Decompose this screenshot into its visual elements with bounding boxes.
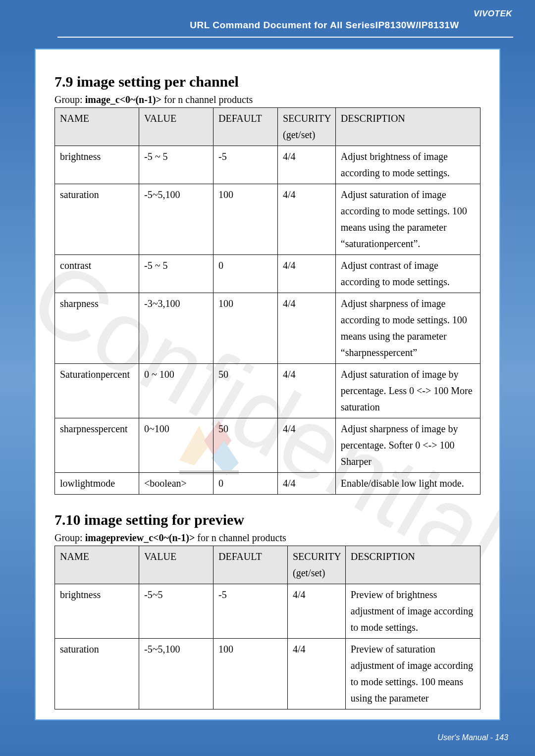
cell-default: 50 xyxy=(214,418,278,473)
section-7-9-heading: 7.9 image setting per channel xyxy=(54,73,481,90)
cell-name: saturation xyxy=(55,184,139,255)
cell-name: sharpnesspercent xyxy=(55,418,139,473)
col-security-l2: (get/set) xyxy=(293,567,325,578)
table-row: brightness -5~5 -5 4/4 Preview of bright… xyxy=(55,584,481,639)
cell-value: -5~5,100 xyxy=(139,639,214,709)
cell-security: 4/4 xyxy=(278,255,336,293)
cell-default: -5 xyxy=(214,146,278,184)
cell-security: 4/4 xyxy=(288,639,346,709)
cell-name: brightness xyxy=(55,146,139,184)
col-security: SECURITY (get/set) xyxy=(288,546,346,584)
cell-value: -5~5 xyxy=(139,584,214,639)
cell-default: 50 xyxy=(214,364,278,418)
cell-name: brightness xyxy=(55,584,139,639)
col-security-l2: (get/set) xyxy=(283,129,316,140)
cell-value: -3~3,100 xyxy=(139,293,214,364)
table-row: contrast -5 ~ 5 0 4/4 Adjust contrast of… xyxy=(55,255,481,293)
cell-security: 4/4 xyxy=(278,146,336,184)
cell-security: 4/4 xyxy=(278,293,336,364)
section-7-10-group: Group: imagepreview_c<0~(n-1)> for n cha… xyxy=(54,532,481,544)
cell-default: 0 xyxy=(214,255,278,293)
cell-description: Preview of brightness adjustment of imag… xyxy=(345,584,480,639)
table-row: sharpness -3~3,100 100 4/4 Adjust sharpn… xyxy=(55,293,481,364)
col-description: DESCRIPTION xyxy=(335,108,480,146)
group-suffix: for n channel products xyxy=(161,94,253,105)
cell-description: Adjust brightness of image according to … xyxy=(335,146,480,184)
col-security-l1: SECURITY xyxy=(283,113,331,124)
col-security: SECURITY (get/set) xyxy=(278,108,336,146)
table-row: NAME VALUE DEFAULT SECURITY (get/set) DE… xyxy=(55,108,481,146)
page-footer: User's Manual - 143 xyxy=(437,733,508,742)
cell-name: sharpness xyxy=(55,293,139,364)
brand-label: VIVOTEK xyxy=(474,9,512,19)
cell-security: 4/4 xyxy=(278,473,336,495)
cell-description: Adjust sharpness of image by percentage.… xyxy=(335,418,480,473)
table-row: Saturationpercent 0 ~ 100 50 4/4 Adjust … xyxy=(55,364,481,418)
table-row: lowlightmode <boolean> 0 4/4 Enable/disa… xyxy=(55,473,481,495)
col-default: DEFAULT xyxy=(214,108,278,146)
cell-description: Adjust saturation of image by percentage… xyxy=(335,364,480,418)
cell-description: Adjust sharpness of image according to m… xyxy=(335,293,480,364)
col-default: DEFAULT xyxy=(214,546,288,584)
table-row: brightness -5 ~ 5 -5 4/4 Adjust brightne… xyxy=(55,146,481,184)
col-name: NAME xyxy=(55,108,139,146)
cell-description: Preview of saturation adjustment of imag… xyxy=(345,639,480,709)
cell-name: saturation xyxy=(55,639,139,709)
cell-value: -5 ~ 5 xyxy=(139,146,214,184)
cell-value: 0 ~ 100 xyxy=(139,364,214,418)
col-name: NAME xyxy=(55,546,139,584)
table-row: saturation -5~5,100 100 4/4 Adjust satur… xyxy=(55,184,481,255)
cell-description: Adjust saturation of image according to … xyxy=(335,184,480,255)
page-header: VIVOTEK URL Command Document for All Ser… xyxy=(0,0,535,37)
cell-security: 4/4 xyxy=(278,418,336,473)
section-7-10-heading: 7.10 image setting for preview xyxy=(54,511,481,528)
group-prefix: Group: xyxy=(54,532,85,543)
section-7-9-group: Group: image_c<0~(n-1)> for n channel pr… xyxy=(54,94,481,105)
table-7-9: NAME VALUE DEFAULT SECURITY (get/set) DE… xyxy=(54,107,481,495)
cell-security: 4/4 xyxy=(278,184,336,255)
col-value: VALUE xyxy=(139,546,214,584)
cell-default: -5 xyxy=(214,584,288,639)
doc-title: URL Command Document for All SeriesIP813… xyxy=(0,20,535,31)
cell-value: <boolean> xyxy=(139,473,214,495)
col-security-l1: SECURITY xyxy=(293,551,341,562)
group-name: image_c<0~(n-1)> xyxy=(85,94,161,105)
table-row: sharpnesspercent 0~100 50 4/4 Adjust sha… xyxy=(55,418,481,473)
cell-value: 0~100 xyxy=(139,418,214,473)
cell-value: -5 ~ 5 xyxy=(139,255,214,293)
group-suffix: for n channel products xyxy=(195,532,286,543)
cell-security: 4/4 xyxy=(288,584,346,639)
cell-value: -5~5,100 xyxy=(139,184,214,255)
cell-security: 4/4 xyxy=(278,364,336,418)
table-row: saturation -5~5,100 100 4/4 Preview of s… xyxy=(55,639,481,709)
content-frame: Confidential 7.9 image setting per chann… xyxy=(35,49,500,720)
table-row: NAME VALUE DEFAULT SECURITY (get/set) DE… xyxy=(55,546,481,584)
group-name: imagepreview_c<0~(n-1)> xyxy=(85,532,195,543)
table-7-10: NAME VALUE DEFAULT SECURITY (get/set) DE… xyxy=(54,546,481,709)
group-prefix: Group: xyxy=(54,94,85,105)
cell-name: lowlightmode xyxy=(55,473,139,495)
cell-description: Enable/disable low light mode. xyxy=(335,473,480,495)
cell-default: 100 xyxy=(214,293,278,364)
col-description: DESCRIPTION xyxy=(345,546,480,584)
cell-name: contrast xyxy=(55,255,139,293)
cell-name: Saturationpercent xyxy=(55,364,139,418)
cell-description: Adjust contrast of image according to mo… xyxy=(335,255,480,293)
cell-default: 100 xyxy=(214,184,278,255)
col-value: VALUE xyxy=(139,108,214,146)
cell-default: 100 xyxy=(214,639,288,709)
cell-default: 0 xyxy=(214,473,278,495)
